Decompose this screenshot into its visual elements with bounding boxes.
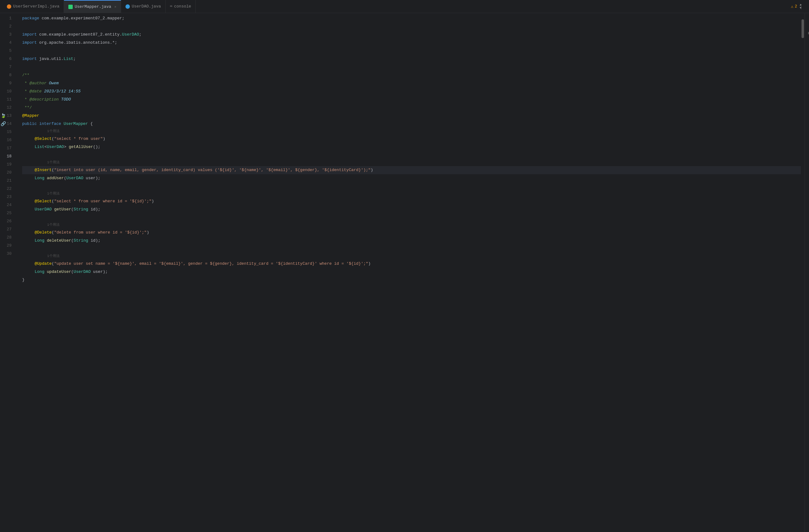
ln-27: 27 <box>0 225 14 234</box>
vertical-scrollbar[interactable] <box>801 13 805 532</box>
ln-5: 5 <box>0 47 14 55</box>
ln-10: 10 <box>0 87 14 96</box>
hint-2: 1个用法 <box>22 159 801 166</box>
ln-11: 11 <box>0 96 14 104</box>
code-line-30 <box>22 284 801 292</box>
ln-25: 25 <box>0 209 14 217</box>
code-view: 1 2 3 4 5 6 7 8 9 10 11 12 🍃 13 <box>0 13 805 532</box>
ln-26: 26 <box>0 217 14 225</box>
code-line-24: @Delete("delete from user where id = '${… <box>22 228 801 237</box>
tab-console[interactable]: ⌨ console <box>166 0 196 13</box>
tab-close-button[interactable]: ✕ <box>114 5 116 9</box>
code-line-13: @Mapper <box>22 112 801 120</box>
tab-bar: UserServerImpl.java UserMapper.java ✕ Us… <box>0 0 809 13</box>
hint-3: 1个用法 <box>22 190 801 197</box>
code-line-1: package com.example.experiment07_2.mappe… <box>22 14 801 22</box>
editor-content: 1 2 3 4 5 6 7 8 9 10 11 12 🍃 13 <box>0 13 805 532</box>
code-line-11: * @description TODO <box>22 96 801 104</box>
tab-usermapper[interactable]: UserMapper.java ✕ <box>64 0 121 13</box>
code-line-27: @Update("update user set name = '${name}… <box>22 260 801 268</box>
tab-icon-blue <box>125 4 130 9</box>
tab-icon-teal <box>68 5 73 9</box>
ln-3: 3 <box>0 31 14 39</box>
hint-1: 1个用法 <box>22 128 801 135</box>
warning-down-arrow[interactable]: ▼ <box>799 6 802 10</box>
warning-badge: ⚠ 2 ▲ ▼ <box>791 3 802 10</box>
console-icon: ⌨ <box>170 4 172 9</box>
ln-2: 2 <box>0 22 14 31</box>
ln-15: 15 <box>0 128 14 136</box>
ln-7: 7 <box>0 63 14 71</box>
ln-22: 22 <box>0 185 14 193</box>
line-numbers: 1 2 3 4 5 6 7 8 9 10 11 12 🍃 13 <box>0 13 17 532</box>
tab-icon-orange <box>7 4 11 9</box>
ln-21: 21 <box>0 177 14 185</box>
code-line-14: public interface UserMapper { <box>22 120 801 128</box>
code-line-18: @Insert("insert into user (id, name, ema… <box>22 166 801 174</box>
ln-13: 🍃 13 <box>0 112 14 120</box>
code-line-4: import org.apache.ibatis.annotations.*; <box>22 39 801 47</box>
ln-18: 18 <box>0 152 14 160</box>
code-line-16: List<UserDAO> getAllUser(); <box>22 143 801 151</box>
code-line-21: @Select("select * from user where id = '… <box>22 197 801 205</box>
code-line-28: Long updateUser(UserDAO user); <box>22 268 801 276</box>
code-line-17 <box>22 151 801 159</box>
hint-4: 1个用法 <box>22 222 801 228</box>
ln-23: 23 <box>0 193 14 201</box>
warning-count: 2 <box>795 4 797 9</box>
ln-8: 8 <box>0 71 14 79</box>
code-line-15: @Select("select * from user") <box>22 135 801 143</box>
code-line-12: **/ <box>22 104 801 112</box>
code-line-29: } <box>22 276 801 284</box>
code-line-8: /** <box>22 71 801 79</box>
ln-1: 1 <box>0 14 14 22</box>
ln-4: 4 <box>0 39 14 47</box>
ln-29: 29 <box>0 242 14 250</box>
ln-14: 🔗 14 <box>0 120 14 128</box>
code-line-9: * @author Owem <box>22 79 801 87</box>
code-lines[interactable]: package com.example.experiment07_2.mappe… <box>17 13 801 532</box>
code-line-26 <box>22 245 801 253</box>
code-line-23 <box>22 213 801 222</box>
code-line-2 <box>22 22 801 31</box>
code-line-5 <box>22 47 801 55</box>
scrollbar-thumb[interactable] <box>802 19 804 38</box>
tab-label-3: UserDAO.java <box>132 4 161 9</box>
code-line-20 <box>22 182 801 190</box>
ln-24: 24 <box>0 201 14 209</box>
gutter-icon-13: 🍃 <box>1 113 6 119</box>
code-line-25: Long deleteUser(String id); <box>22 237 801 245</box>
ln-9: 9 <box>0 79 14 87</box>
code-line-19: Long addUser(UserDAO user); <box>22 174 801 182</box>
code-line-22: UserDAO getUser(String id); <box>22 205 801 213</box>
ln-12: 12 <box>0 104 14 112</box>
warning-icon: ⚠ <box>791 4 793 9</box>
warning-navigation[interactable]: ▲ ▼ <box>799 3 802 10</box>
code-line-3: import com.example.experiment07_2.entity… <box>22 31 801 39</box>
editor-area: 1 2 3 4 5 6 7 8 9 10 11 12 🍃 13 <box>0 13 809 532</box>
tab-userdao[interactable]: UserDAO.java <box>121 0 166 13</box>
ln-20: 20 <box>0 169 14 177</box>
ln-6: 6 <box>0 55 14 63</box>
right-panel <box>805 13 809 532</box>
tab-label-4: console <box>174 4 191 9</box>
ln-30: 30 <box>0 250 14 258</box>
tab-label-1: UserServerImpl.java <box>13 4 59 9</box>
code-line-7 <box>22 63 801 71</box>
gutter-icon-14: 🔗 <box>1 121 6 127</box>
tab-label-2: UserMapper.java <box>74 4 111 9</box>
tab-userserverimpl[interactable]: UserServerImpl.java <box>2 0 64 13</box>
hint-5: 1个用法 <box>22 253 801 260</box>
ln-19: 19 <box>0 160 14 169</box>
code-line-6: import java.util.List; <box>22 55 801 63</box>
ide-container: UserServerImpl.java UserMapper.java ✕ Us… <box>0 0 809 532</box>
ln-16: 16 <box>0 136 14 144</box>
code-line-10: * @date 2023/3/12 14:55 <box>22 87 801 96</box>
ln-17: 17 <box>0 144 14 152</box>
ln-28: 28 <box>0 234 14 242</box>
